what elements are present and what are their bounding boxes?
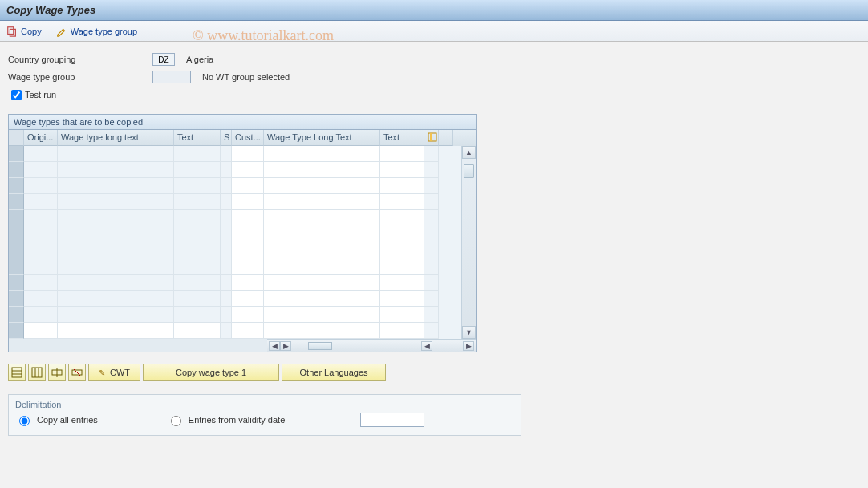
entries-from-date-radio[interactable] bbox=[171, 416, 181, 426]
table-row[interactable] bbox=[9, 226, 461, 242]
pencil-icon bbox=[56, 26, 67, 37]
grid-title: Wage types that are to be copied bbox=[9, 115, 476, 130]
col-config-icon[interactable] bbox=[424, 130, 439, 146]
test-run-checkbox[interactable] bbox=[11, 90, 22, 100]
col-text2[interactable]: Text bbox=[380, 130, 424, 146]
copy-icon bbox=[6, 26, 18, 37]
table-row[interactable] bbox=[9, 210, 461, 226]
table-row[interactable] bbox=[9, 291, 461, 307]
cwt-label: CWT bbox=[110, 368, 130, 377]
grid-alt-icon bbox=[31, 367, 43, 378]
table-row[interactable] bbox=[9, 242, 461, 258]
table-row[interactable] bbox=[9, 146, 461, 162]
table-row[interactable] bbox=[9, 258, 461, 274]
table-row[interactable] bbox=[9, 162, 461, 178]
validity-date-input[interactable] bbox=[360, 413, 424, 427]
wage-type-group-input[interactable] bbox=[152, 71, 191, 83]
col-text1[interactable]: Text bbox=[174, 130, 221, 146]
entries-from-date-label: Entries from validity date bbox=[189, 415, 285, 425]
scroll-down-icon[interactable]: ▼ bbox=[462, 326, 476, 339]
wage-type-group-text: No WT group selected bbox=[202, 72, 290, 82]
horizontal-scrollbar-left[interactable]: ◀ ▶ bbox=[267, 339, 420, 352]
vertical-scrollbar[interactable]: ▲ ▼ bbox=[461, 146, 476, 339]
wage-type-group-label: Wage type group bbox=[8, 72, 152, 82]
cwt-button[interactable]: ✎ CWT bbox=[88, 364, 140, 381]
other-languages-button[interactable]: Other Languages bbox=[282, 364, 386, 381]
copy-wage-type-1-button[interactable]: Copy wage type 1 bbox=[143, 364, 279, 381]
col-original[interactable]: Origi... bbox=[24, 130, 58, 146]
scroll-up-icon[interactable]: ▲ bbox=[462, 146, 476, 159]
deselect-all-button[interactable] bbox=[28, 364, 46, 381]
row-insert-icon bbox=[51, 367, 63, 378]
table-row[interactable] bbox=[9, 323, 461, 339]
copy-button[interactable]: Copy bbox=[6, 26, 42, 37]
col-s[interactable]: S bbox=[221, 130, 232, 146]
country-grouping-input[interactable] bbox=[152, 53, 175, 66]
country-grouping-text: Algeria bbox=[186, 55, 213, 64]
wage-types-grid: Wage types that are to be copied Origi..… bbox=[8, 114, 477, 352]
row-delete-icon bbox=[71, 367, 83, 378]
grid-icon bbox=[11, 367, 22, 378]
delimitation-group: Delimitation Copy all entries Entries fr… bbox=[8, 394, 521, 436]
application-toolbar: Copy Wage type group bbox=[0, 21, 868, 42]
svg-rect-4 bbox=[12, 368, 22, 377]
action-button-row: ✎ CWT Copy wage type 1 Other Languages bbox=[8, 364, 860, 381]
table-row[interactable] bbox=[9, 274, 461, 291]
page-title: Copy Wage Types bbox=[6, 4, 95, 16]
col-row-selector bbox=[9, 130, 24, 146]
col-wtlong2[interactable]: Wage Type Long Text bbox=[264, 130, 380, 146]
col-wtlong1[interactable]: Wage type long text bbox=[58, 130, 174, 146]
select-all-button[interactable] bbox=[8, 364, 26, 381]
grid-header: Origi... Wage type long text Text S Cust… bbox=[9, 130, 476, 146]
grid-rows bbox=[9, 146, 461, 339]
wtg-label: Wage type group bbox=[71, 26, 137, 36]
svg-rect-1 bbox=[10, 29, 15, 36]
wage-type-group-button[interactable]: Wage type group bbox=[56, 26, 137, 37]
test-run-label: Test run bbox=[25, 90, 56, 100]
delimitation-legend: Delimitation bbox=[15, 400, 514, 409]
svg-rect-7 bbox=[32, 368, 42, 377]
svg-rect-0 bbox=[8, 26, 14, 34]
scroll-left-icon[interactable]: ◀ bbox=[421, 341, 432, 351]
scroll-right-icon[interactable]: ▶ bbox=[280, 341, 291, 351]
table-row[interactable] bbox=[9, 178, 461, 194]
table-row[interactable] bbox=[9, 307, 461, 323]
copy-all-label: Copy all entries bbox=[37, 415, 98, 425]
pencil-icon: ✎ bbox=[99, 368, 105, 377]
copy-all-radio[interactable] bbox=[19, 416, 30, 426]
scroll-right-icon[interactable]: ▶ bbox=[463, 341, 474, 351]
svg-rect-3 bbox=[430, 133, 432, 141]
hscroll-thumb[interactable] bbox=[308, 342, 332, 350]
vscroll-header-gap bbox=[439, 130, 453, 146]
country-grouping-label: Country grouping bbox=[8, 55, 152, 64]
col-cust[interactable]: Cust... bbox=[232, 130, 264, 146]
table-row[interactable] bbox=[9, 194, 461, 210]
copy-wt1-label: Copy wage type 1 bbox=[176, 368, 246, 377]
table-settings-icon bbox=[428, 132, 437, 142]
scroll-left-icon[interactable]: ◀ bbox=[269, 341, 280, 351]
scroll-thumb[interactable] bbox=[464, 164, 474, 178]
copy-label: Copy bbox=[21, 26, 42, 36]
insert-row-button[interactable] bbox=[48, 364, 66, 381]
delete-row-button[interactable] bbox=[68, 364, 86, 381]
other-lang-label: Other Languages bbox=[300, 368, 368, 377]
horizontal-scrollbar-right[interactable]: ◀ ▶ bbox=[420, 339, 476, 352]
